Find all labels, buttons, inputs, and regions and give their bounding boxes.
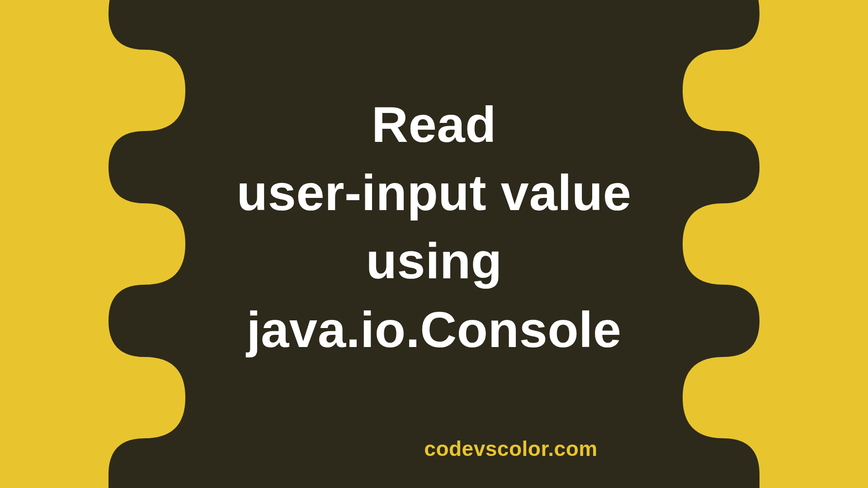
title-block: Read user-input value using java.io.Cons… xyxy=(0,0,868,364)
footer: codevscolor.com xyxy=(0,436,868,461)
title-line-1: Read xyxy=(0,90,868,159)
title-line-3: using xyxy=(0,227,868,295)
site-credit: codevscolor.com xyxy=(424,437,597,460)
title-line-2: user-input value xyxy=(0,159,868,227)
title-line-4: java.io.Console xyxy=(0,296,868,364)
